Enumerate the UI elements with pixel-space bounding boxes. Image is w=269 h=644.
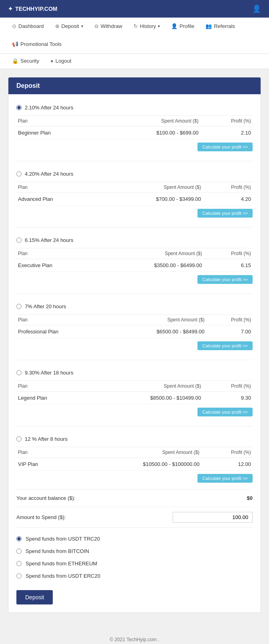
site-logo: ✦ TECHHYIP.COM <box>8 6 58 12</box>
plan5-table: Plan Spent Amount ($) Profit (%) Legend … <box>16 380 253 404</box>
plan2-row: Advanced Plan $700.00 - $3499.00 4.20 <box>16 193 253 206</box>
nav-history[interactable]: ↻ History ▾ <box>128 18 165 36</box>
plan6-calc-btn[interactable]: Calculate your profit >> <box>197 474 253 483</box>
plan-section-4: 7% After 20 hours Plan Spent Amount ($) … <box>16 297 253 357</box>
plan1-radio-label[interactable]: 2.10% After 24 hours <box>16 105 253 111</box>
nav-deposit-label: Deposit <box>62 23 79 29</box>
plan4-table: Plan Spent Amount ($) Profit (%) Profess… <box>16 314 253 338</box>
plan2-radio[interactable] <box>16 171 22 176</box>
nav-security[interactable]: 🔒 Security <box>6 54 45 69</box>
nav-history-label: History <box>140 23 156 29</box>
nav-logout[interactable]: ● Logout <box>45 54 77 69</box>
payment-option-ethereum[interactable]: Spend funds from ETHEREUM <box>16 557 253 570</box>
nav-referrals[interactable]: 👥 Referrals <box>200 18 241 36</box>
plan1-name: Beginner Plan <box>16 127 98 139</box>
plan5-calc-btn[interactable]: Calculate your profit >> <box>197 408 253 416</box>
plan6-name: VIP Plan <box>16 458 68 471</box>
plan5-radio-label[interactable]: 9.30% After 18 hours <box>16 370 253 376</box>
payment-radio-usdt-erc20[interactable] <box>16 573 22 579</box>
plan5-spent: $8500.00 - $10499.00 <box>86 392 203 404</box>
history-dropdown-icon: ▾ <box>158 24 160 28</box>
footer: © 2021 TechHyip.com . <box>0 629 269 644</box>
nav-deposit[interactable]: ⊕ Deposit ▾ <box>50 18 89 36</box>
plan1-calc-btn[interactable]: Calculate your profit >> <box>197 143 253 151</box>
withdraw-icon: ⊖ <box>94 23 99 29</box>
plan4-calc-btn[interactable]: Calculate your profit >> <box>197 341 253 350</box>
user-icon[interactable]: 👤 <box>252 4 261 13</box>
deposit-icon: ⊕ <box>55 23 60 29</box>
plan3-col-spent: Spent Amount ($) <box>96 248 203 259</box>
plan-section-6: 12 % After 8 hours Plan Spent Amount ($)… <box>16 430 253 489</box>
payment-ethereum-label: Spend funds from ETHEREUM <box>26 561 97 567</box>
nav-profile[interactable]: 👤 Profile <box>165 18 200 36</box>
payment-option-usdt-trc20[interactable]: Spend funds from USDT TRC20 <box>16 533 253 545</box>
plan5-row: Legend Plan $8500.00 - $10499.00 9.30 <box>16 392 253 404</box>
nav-promo[interactable]: 📢 Promotional Tools <box>6 36 67 54</box>
logo-text: TECHHYIP.COM <box>15 6 58 12</box>
payment-option-bitcoin[interactable]: Spend funds from BITCOIN <box>16 545 253 557</box>
footer-text: © 2021 TechHyip.com . <box>110 637 159 642</box>
logout-icon: ● <box>50 58 54 64</box>
nav-dashboard[interactable]: ⊙ Dashboard <box>6 18 50 36</box>
plan-section-1: 2.10% After 24 hours Plan Spent Amount (… <box>16 98 253 158</box>
plan4-col-plan: Plan <box>16 315 104 325</box>
plan5-profit: 9.30 <box>203 392 253 404</box>
payment-option-usdt-erc20[interactable]: Spend funds from USDT ERC20 <box>16 570 253 582</box>
plan5-calc-row: Calculate your profit >> <box>16 408 253 416</box>
plan4-profit: 7.00 <box>206 325 253 338</box>
plan4-spent: $6500.00 - $8499.00 <box>104 325 206 338</box>
plan1-calc-row: Calculate your profit >> <box>16 143 253 151</box>
plan2-col-profit: Profit (%) <box>203 182 253 193</box>
payment-usdt-erc20-label: Spend funds from USDT ERC20 <box>26 573 100 579</box>
plan2-calc-btn[interactable]: Calculate your profit >> <box>197 209 253 218</box>
amount-label: Amount to Spend ($): <box>16 514 66 520</box>
plan6-title: 12 % After 8 hours <box>25 436 68 442</box>
payment-radio-usdt-trc20[interactable] <box>16 536 22 541</box>
plan2-col-spent: Spent Amount ($) <box>99 182 203 193</box>
plan1-row: Beginner Plan $100.00 - $699.00 2.10 <box>16 127 253 139</box>
plan1-radio[interactable] <box>16 105 22 110</box>
plan3-calc-btn[interactable]: Calculate your profit >> <box>197 275 253 284</box>
plan3-profit: 6.15 <box>204 259 253 272</box>
plan3-table: Plan Spent Amount ($) Profit (%) Executi… <box>16 248 253 272</box>
plan1-col-plan: Plan <box>16 116 98 127</box>
plan4-col-profit: Profit (%) <box>206 315 253 325</box>
payment-radio-bitcoin[interactable] <box>16 549 22 554</box>
amount-input[interactable] <box>173 512 253 523</box>
plan4-radio-label[interactable]: 7% After 20 hours <box>16 303 253 309</box>
plan1-col-profit: Profit (%) <box>200 116 253 127</box>
plan3-col-profit: Profit (%) <box>204 248 253 259</box>
amount-row: Amount to Spend ($): <box>16 507 253 527</box>
plan6-radio-label[interactable]: 12 % After 8 hours <box>16 436 253 442</box>
plan-section-2: 4.20% After 24 hours Plan Spent Amount (… <box>16 164 253 224</box>
deposit-body: 2.10% After 24 hours Plan Spent Amount (… <box>8 94 261 612</box>
referrals-icon: 👥 <box>205 23 212 29</box>
security-icon: 🔒 <box>12 58 18 64</box>
plan3-radio-label[interactable]: 6.15% After 24 hours <box>16 237 253 243</box>
plan2-radio-label[interactable]: 4.20% After 24 hours <box>16 171 253 177</box>
plan5-col-plan: Plan <box>16 381 86 392</box>
plan6-radio[interactable] <box>16 436 22 442</box>
plan-section-3: 6.15% After 24 hours Plan Spent Amount (… <box>16 231 253 290</box>
nav-withdraw[interactable]: ⊖ Withdraw <box>89 18 128 36</box>
payment-usdt-trc20-label: Spend funds from USDT TRC20 <box>26 536 100 542</box>
nav-promo-label: Promotional Tools <box>20 41 62 47</box>
plan4-radio[interactable] <box>16 304 22 309</box>
history-icon: ↻ <box>134 23 138 29</box>
plan3-spent: $3500.00 - $6499.00 <box>96 259 203 272</box>
plan6-profit: 12.00 <box>201 458 253 471</box>
balance-label: Your account balance ($): <box>16 495 76 501</box>
deposit-submit-btn[interactable]: Deposit <box>16 590 53 604</box>
plan6-col-spent: Spent Amount ($) <box>68 447 201 458</box>
plan3-radio[interactable] <box>16 238 22 243</box>
plan6-row: VIP Plan $10500.00 - $100000.00 12.00 <box>16 458 253 471</box>
header: ✦ TECHHYIP.COM 👤 <box>0 0 269 18</box>
plan5-radio[interactable] <box>16 370 22 375</box>
payment-radio-ethereum[interactable] <box>16 561 22 566</box>
plan-section-5: 9.30% After 18 hours Plan Spent Amount (… <box>16 363 253 423</box>
plan2-profit: 4.20 <box>203 193 253 206</box>
deposit-card-header: Deposit <box>8 77 261 94</box>
plan2-calc-row: Calculate your profit >> <box>16 209 253 218</box>
plan6-calc-row: Calculate your profit >> <box>16 474 253 483</box>
plan2-name: Advanced Plan <box>16 193 99 206</box>
